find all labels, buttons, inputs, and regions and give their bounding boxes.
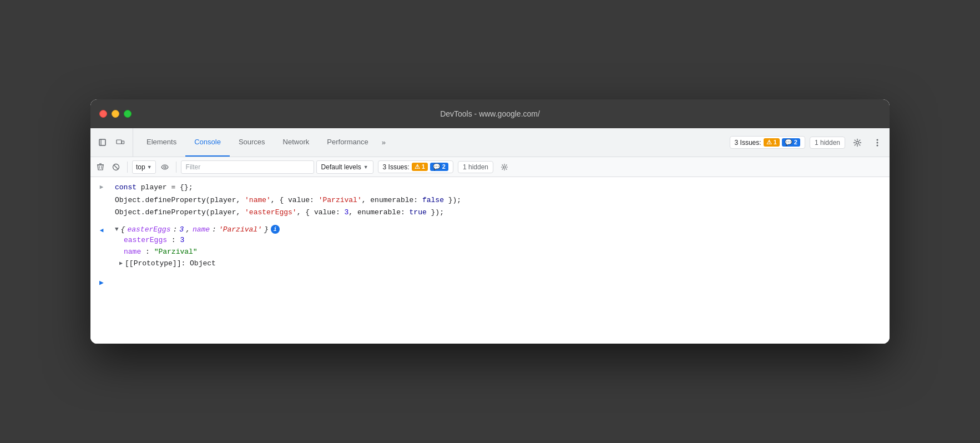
svg-rect-3 xyxy=(122,141,124,144)
svg-point-4 xyxy=(856,141,859,144)
maximize-button[interactable] xyxy=(124,110,132,118)
eye-icon-button[interactable] xyxy=(158,160,171,174)
code-varname: player = {}; xyxy=(141,183,193,192)
output-gutter: ◀ xyxy=(90,225,113,234)
console-issues-badge[interactable]: 3 Issues: ⚠ 1 💬 2 xyxy=(378,160,453,173)
svg-rect-0 xyxy=(99,139,105,145)
minimize-button[interactable] xyxy=(112,110,119,118)
code-2-str1: 'easterEggs' xyxy=(245,208,297,217)
prop-eastereggs-key: easterEggs xyxy=(124,236,167,244)
device-toggle-button[interactable] xyxy=(113,135,128,150)
separator-2 xyxy=(176,162,176,173)
context-selector[interactable]: top ▼ xyxy=(132,160,156,174)
prompt-gutter: ▶ xyxy=(90,278,113,287)
svg-point-15 xyxy=(164,166,166,168)
info-badge: 💬 2 xyxy=(782,138,800,147)
code-1-bool: false xyxy=(422,196,444,204)
console-prompt-line[interactable]: ▶ xyxy=(90,275,890,290)
svg-line-14 xyxy=(114,165,118,169)
svg-marker-8 xyxy=(98,165,103,170)
tab-sources[interactable]: Sources xyxy=(230,128,274,157)
code-1-str1: 'name' xyxy=(245,196,271,204)
tab-bar-tools xyxy=(95,128,133,157)
console-continuation-line-2: Object.defineProperty(player, 'easterEgg… xyxy=(90,207,890,219)
chevron-down-icon: ▼ xyxy=(363,164,368,170)
svg-point-7 xyxy=(877,144,878,146)
code-2-part3: , enumerable: xyxy=(348,208,409,217)
info-icon: 💬 xyxy=(785,139,792,145)
warn-icon: ⚠ xyxy=(766,139,772,145)
output-arrow-icon: ◀ xyxy=(100,226,104,234)
settings-button[interactable] xyxy=(850,135,865,150)
console-continuation-line-1: Object.defineProperty(player, 'name', { … xyxy=(90,194,890,207)
prototype-label: [[Prototype]]: Object xyxy=(125,258,216,270)
titlebar: DevTools - www.google.com/ xyxy=(90,99,890,128)
console-hidden-badge[interactable]: 1 hidden xyxy=(458,161,493,173)
console-output: ▶ const player = {}; Object.defineProper… xyxy=(90,177,890,344)
input-gutter: ▶ xyxy=(90,182,113,190)
tab-bar: Elements Console Sources Network Perform… xyxy=(90,128,890,157)
log-level-selector[interactable]: Default levels ▼ xyxy=(316,160,373,174)
warn-badge: ⚠ 1 xyxy=(764,138,780,147)
svg-point-6 xyxy=(877,142,878,143)
code-1-str2: 'Parzival' xyxy=(319,196,362,204)
hidden-badge[interactable]: 1 hidden xyxy=(810,137,845,149)
console-input-area[interactable] xyxy=(113,277,890,288)
obj-name-key: name xyxy=(193,224,210,235)
prototype-expand-icon[interactable]: ▶ xyxy=(119,259,123,268)
issues-badge[interactable]: 3 Issues: ⚠ 1 💬 2 xyxy=(730,136,805,149)
prop-name-key: name xyxy=(124,248,141,256)
console-continuation-content-1: Object.defineProperty(player, 'name', { … xyxy=(113,195,885,206)
issues-label: 3 Issues: xyxy=(383,163,410,171)
issues-label: 3 Issues: xyxy=(735,139,761,147)
console-input-line: ▶ const player = {}; xyxy=(90,182,890,194)
chevron-down-icon: ▼ xyxy=(147,164,152,170)
keyword-const: const xyxy=(115,183,141,192)
code-2-part1: Object.defineProperty(player, xyxy=(115,208,245,217)
continuation-gutter-2 xyxy=(90,207,113,208)
prop-name: name : "Parzival" xyxy=(90,246,216,258)
console-settings-button[interactable] xyxy=(498,160,511,174)
obj-eastereggs-val: 3 xyxy=(179,224,184,235)
svg-point-16 xyxy=(503,166,506,168)
console-continuation-content-2: Object.defineProperty(player, 'easterEgg… xyxy=(113,207,885,218)
stop-button[interactable] xyxy=(109,160,123,174)
expand-arrow-icon[interactable]: ▶ xyxy=(100,183,104,190)
console-toolbar: top ▼ Default levels ▼ 3 Issues: ⚠ 1 💬 2 xyxy=(90,157,890,177)
close-button[interactable] xyxy=(99,110,107,118)
continuation-gutter-1 xyxy=(90,195,113,196)
devtools-window: DevTools - www.google.com/ xyxy=(90,99,890,344)
code-2-part4: }); xyxy=(427,208,444,217)
devtools-container: Elements Console Sources Network Perform… xyxy=(90,128,890,344)
code-2-part2: , { value: xyxy=(297,208,345,217)
obj-eastereggs-key: easterEggs xyxy=(127,224,170,235)
console-warn-badge: ⚠ 1 xyxy=(412,163,428,171)
separator-1 xyxy=(127,162,128,173)
prototype-line: ▶ [[Prototype]]: Object xyxy=(90,258,216,270)
obj-info-icon[interactable]: i xyxy=(271,225,280,234)
tab-bar-right: 3 Issues: ⚠ 1 💬 2 1 hidden xyxy=(725,128,885,157)
svg-point-5 xyxy=(877,139,878,140)
svg-rect-2 xyxy=(117,140,122,144)
tab-console[interactable]: Console xyxy=(185,128,230,157)
code-1-part4: }); xyxy=(444,196,461,204)
code-1-part1: Object.defineProperty(player, xyxy=(115,196,245,204)
prop-eastereggs-value: 3 xyxy=(180,236,184,244)
prop-name-value: "Parzival" xyxy=(154,248,198,256)
tab-elements[interactable]: Elements xyxy=(138,128,185,157)
console-input-content: const player = {}; xyxy=(113,182,885,193)
inspect-element-button[interactable] xyxy=(95,135,110,150)
collapse-arrow-icon[interactable]: ▼ xyxy=(115,225,119,234)
console-output-obj-line: ◀ ▼ { easterEggs : 3 , name : 'Parzival'… xyxy=(90,224,890,271)
clear-console-button[interactable] xyxy=(94,160,107,174)
obj-expanded-props: easterEggs : 3 name : "Parzival" ▶ [[Pro… xyxy=(90,235,216,269)
tab-performance[interactable]: Performance xyxy=(318,128,377,157)
prop-eastereggs: easterEggs : 3 xyxy=(90,235,216,246)
more-options-button[interactable] xyxy=(870,135,885,150)
filter-input[interactable] xyxy=(181,160,314,174)
obj-name-val: 'Parzival' xyxy=(219,224,262,235)
tab-network[interactable]: Network xyxy=(274,128,319,157)
code-1-part2: , { value: xyxy=(271,196,319,204)
more-tabs-button[interactable]: » xyxy=(377,128,390,157)
tabs-container: Elements Console Sources Network Perform… xyxy=(138,128,725,157)
